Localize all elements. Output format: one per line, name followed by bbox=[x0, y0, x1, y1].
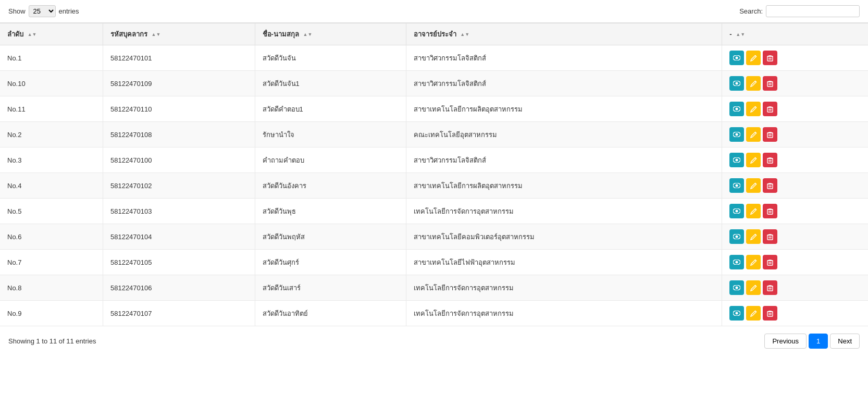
delete-button[interactable] bbox=[763, 255, 777, 269]
delete-button[interactable] bbox=[763, 127, 777, 142]
cell-actions bbox=[722, 122, 868, 147]
next-button[interactable]: Next bbox=[830, 334, 860, 349]
entries-select[interactable]: 102550100 bbox=[29, 5, 56, 17]
cell-dept: สาขาเทคโนโลยีการผลิตอุตสาหกรรม bbox=[406, 96, 722, 122]
show-label: Show bbox=[8, 7, 26, 15]
svg-point-15 bbox=[736, 108, 738, 110]
table-row: No.358122470100คำถามคำตอบสาขาวิศวกรรมโลจ… bbox=[0, 147, 868, 173]
action-buttons-group bbox=[729, 153, 861, 167]
col-dept[interactable]: อาจารย์ประจำ ▲▼ bbox=[406, 23, 722, 45]
cell-dept: เทคโนโลยีการจัดการอุตสาหกรรม bbox=[406, 199, 722, 224]
cell-order: No.4 bbox=[0, 173, 103, 199]
view-button[interactable] bbox=[729, 178, 744, 193]
delete-button[interactable] bbox=[763, 229, 777, 244]
col-order[interactable]: ลำดับ ▲▼ bbox=[0, 23, 103, 45]
cell-code: 58122470106 bbox=[103, 275, 255, 301]
search-bar-group: Search: bbox=[739, 5, 860, 17]
edit-button[interactable] bbox=[746, 229, 761, 244]
edit-button[interactable] bbox=[746, 127, 761, 142]
edit-button[interactable] bbox=[746, 178, 761, 193]
table-row: No.258122470108รักษานำใจคณะเทคโนโลยีอุตส… bbox=[0, 122, 868, 147]
cell-dept: สาขาวิศวกรรมโลจิสติกส์ bbox=[406, 71, 722, 96]
cell-order: No.9 bbox=[0, 301, 103, 326]
cell-order: No.6 bbox=[0, 224, 103, 250]
delete-button[interactable] bbox=[763, 280, 777, 295]
showing-text: Showing 1 to 11 of 11 entries bbox=[8, 337, 96, 345]
table-row: No.458122470102สวัดดีวันอังคารสาขาเทคโนโ… bbox=[0, 173, 868, 199]
edit-button[interactable] bbox=[746, 255, 761, 269]
edit-button[interactable] bbox=[746, 76, 761, 91]
cell-code: 58122470110 bbox=[103, 96, 255, 122]
view-button[interactable] bbox=[729, 76, 744, 91]
view-button[interactable] bbox=[729, 153, 744, 167]
edit-button[interactable] bbox=[746, 280, 761, 295]
cell-dept: สาขาวิศวกรรมโลจิสติกส์ bbox=[406, 45, 722, 71]
table-row: No.158122470101สวัดดีวันจันสาขาวิศวกรรมโ… bbox=[0, 45, 868, 71]
delete-button[interactable] bbox=[763, 51, 777, 65]
edit-button[interactable] bbox=[746, 306, 761, 321]
view-button[interactable] bbox=[729, 280, 744, 295]
view-button[interactable] bbox=[729, 255, 744, 269]
delete-button[interactable] bbox=[763, 102, 777, 116]
svg-point-43 bbox=[736, 210, 738, 213]
col-name[interactable]: ชื่อ-นามสกุล ▲▼ bbox=[255, 23, 406, 45]
cell-name: สวัดดีวันศุกร์ bbox=[255, 250, 406, 275]
previous-button[interactable]: Previous bbox=[764, 334, 807, 349]
delete-button[interactable] bbox=[763, 153, 777, 167]
entries-label: entries bbox=[59, 7, 79, 15]
cell-name: สวัดดีวันพฤหัส bbox=[255, 224, 406, 250]
delete-button[interactable] bbox=[763, 76, 777, 91]
view-button[interactable] bbox=[729, 229, 744, 244]
sort-icon-actions: ▲▼ bbox=[736, 32, 745, 37]
sort-icon-name: ▲▼ bbox=[303, 32, 313, 37]
edit-button[interactable] bbox=[746, 204, 761, 218]
svg-point-1 bbox=[736, 57, 738, 59]
view-button[interactable] bbox=[729, 102, 744, 116]
col-code[interactable]: รหัสบุคลากร ▲▼ bbox=[103, 23, 255, 45]
table-row: No.958122470107สวัดดีวันอาทิตย์เทคโนโลยี… bbox=[0, 301, 868, 326]
edit-button[interactable] bbox=[746, 102, 761, 116]
cell-name: สวัดดีวันพุธ bbox=[255, 199, 406, 224]
sort-icon-order: ▲▼ bbox=[28, 32, 37, 37]
table-row: No.858122470106สวัดดีวันเสาร์เทคโนโลยีกา… bbox=[0, 275, 868, 301]
cell-order: No.1 bbox=[0, 45, 103, 71]
svg-point-57 bbox=[736, 261, 738, 264]
table-row: No.758122470105สวัดดีวันศุกร์สาขาเทคโนโล… bbox=[0, 250, 868, 275]
view-button[interactable] bbox=[729, 127, 744, 142]
edit-button[interactable] bbox=[746, 153, 761, 167]
action-buttons-group bbox=[729, 229, 861, 244]
cell-dept: สาขาเทคโนโลยีการผลิตอุตสาหกรรม bbox=[406, 173, 722, 199]
top-bar: Show 102550100 entries Search: bbox=[0, 0, 868, 23]
search-input[interactable] bbox=[766, 5, 860, 17]
cell-actions bbox=[722, 71, 868, 96]
edit-button[interactable] bbox=[746, 51, 761, 65]
pagination: Previous 1 Next bbox=[764, 334, 860, 349]
cell-actions bbox=[722, 301, 868, 326]
delete-button[interactable] bbox=[763, 306, 777, 321]
cell-order: No.10 bbox=[0, 71, 103, 96]
svg-point-22 bbox=[736, 133, 738, 136]
table-row: No.658122470104สวัดดีวันพฤหัสสาขาเทคโนโล… bbox=[0, 224, 868, 250]
cell-order: No.3 bbox=[0, 147, 103, 173]
table-row: No.1158122470110สวัดดีคำตอบ1สาขาเทคโนโลย… bbox=[0, 96, 868, 122]
cell-order: No.5 bbox=[0, 199, 103, 224]
action-buttons-group bbox=[729, 255, 861, 269]
view-button[interactable] bbox=[729, 306, 744, 321]
sort-icon-dept: ▲▼ bbox=[460, 32, 469, 37]
cell-dept: เทคโนโลยีการจัดการอุตสาหกรรม bbox=[406, 275, 722, 301]
view-button[interactable] bbox=[729, 204, 744, 218]
delete-button[interactable] bbox=[763, 204, 777, 218]
table-row: No.558122470103สวัดดีวันพุธเทคโนโลยีการจ… bbox=[0, 199, 868, 224]
svg-point-29 bbox=[736, 159, 738, 162]
view-button[interactable] bbox=[729, 51, 744, 65]
cell-actions bbox=[722, 173, 868, 199]
cell-actions bbox=[722, 199, 868, 224]
cell-dept: คณะเทคโนโลยีอุตสาหกรรม bbox=[406, 122, 722, 147]
cell-code: 58122470109 bbox=[103, 71, 255, 96]
page-1-button[interactable]: 1 bbox=[809, 334, 828, 349]
action-buttons-group bbox=[729, 204, 861, 218]
svg-point-71 bbox=[736, 312, 738, 315]
cell-code: 58122470105 bbox=[103, 250, 255, 275]
delete-button[interactable] bbox=[763, 178, 777, 193]
cell-name: สวัดดีวันจัน1 bbox=[255, 71, 406, 96]
